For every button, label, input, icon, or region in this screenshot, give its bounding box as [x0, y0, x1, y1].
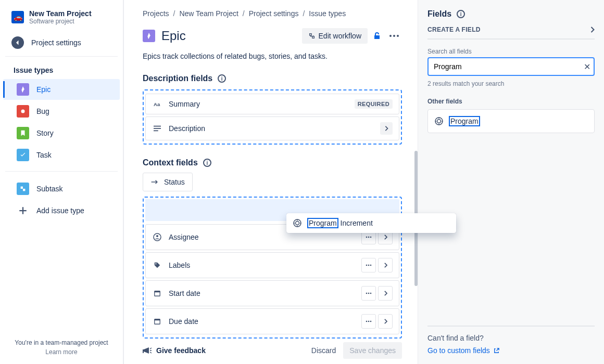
give-feedback-button[interactable]: Give feedback [143, 346, 206, 355]
component-icon [293, 218, 302, 228]
title-row: Epic Edit workflow [143, 28, 402, 44]
svg-point-25 [370, 321, 372, 322]
info-icon[interactable]: i [457, 10, 465, 18]
field-expand-button[interactable] [378, 258, 393, 272]
external-link-icon [493, 347, 500, 354]
other-fields-label: Other fields [427, 98, 595, 105]
svg-rect-2 [23, 189, 25, 191]
field-summary[interactable]: Aa Summary REQUIRED [145, 94, 399, 114]
create-field-label: CREATE A FIELD [427, 26, 481, 33]
go-to-custom-fields-link[interactable]: Go to custom fields [427, 346, 595, 355]
calendar-icon [152, 290, 162, 297]
learn-more-link[interactable]: Learn more [8, 348, 115, 356]
person-icon [152, 233, 162, 241]
workflow-icon [308, 32, 316, 40]
svg-point-9 [366, 237, 368, 238]
add-issue-type-label: Add issue type [36, 206, 84, 215]
field-labels[interactable]: Labels [145, 252, 399, 278]
other-field-program[interactable]: Program [427, 109, 595, 133]
svg-point-13 [366, 265, 368, 266]
story-icon [17, 127, 29, 139]
svg-point-24 [368, 321, 370, 322]
calendar-icon [152, 318, 162, 325]
page-title: Epic [161, 29, 186, 43]
sidebar-footer: You're in a team-managed project Learn m… [0, 339, 123, 359]
svg-rect-5 [154, 128, 161, 129]
svg-point-23 [366, 321, 368, 322]
project-logo: 🚗 [11, 11, 24, 23]
svg-point-0 [21, 110, 25, 113]
bottom-bar: Give feedback Discard Save changes [143, 342, 402, 359]
context-fields-heading: Context fields i [143, 158, 402, 167]
status-label: Status [164, 178, 185, 186]
save-changes-button[interactable]: Save changes [343, 342, 402, 359]
svg-rect-4 [154, 126, 161, 127]
svg-point-14 [368, 265, 370, 266]
project-header: 🚗 New Team Project Software project [0, 6, 123, 31]
field-expand-button[interactable] [378, 286, 393, 301]
field-label: Start date [169, 289, 200, 297]
svg-point-27 [437, 120, 441, 123]
svg-rect-17 [155, 291, 160, 293]
svg-point-10 [368, 237, 370, 238]
edit-workflow-label: Edit workflow [319, 32, 361, 40]
svg-point-8 [156, 235, 158, 237]
field-more-button[interactable] [361, 258, 376, 272]
create-field-row[interactable]: CREATE A FIELD [427, 19, 595, 40]
breadcrumb-item[interactable]: Project settings [249, 9, 299, 18]
info-icon[interactable]: i [218, 74, 226, 83]
svg-point-20 [370, 293, 372, 294]
svg-point-29 [296, 222, 299, 225]
clear-search-icon[interactable]: ✕ [584, 62, 590, 72]
svg-point-15 [370, 265, 372, 266]
expand-arrow-button[interactable] [380, 122, 393, 135]
back-label: Project settings [31, 38, 81, 47]
epic-icon [17, 83, 29, 96]
search-label: Search all fields [427, 48, 595, 55]
suggestion-label: Program Increment [307, 219, 373, 227]
main-content: Projects/ New Team Project/ Project sett… [124, 0, 418, 364]
fields-panel-title: Fields [427, 9, 451, 19]
field-expand-button[interactable] [378, 314, 393, 329]
field-start-date[interactable]: Start date [145, 280, 399, 306]
tag-icon [152, 262, 162, 269]
svg-rect-6 [154, 131, 158, 132]
description-fields-dropzone[interactable]: Aa Summary REQUIRED Description [143, 89, 402, 145]
svg-rect-1 [21, 187, 23, 189]
field-description[interactable]: Description [145, 116, 399, 140]
sidebar-item-epic[interactable]: Epic [3, 79, 120, 100]
sidebar-item-subtask[interactable]: Subtask [3, 178, 120, 199]
breadcrumb-item[interactable]: New Team Project [179, 9, 238, 18]
breadcrumb-item[interactable]: Issue types [309, 9, 346, 18]
drag-suggestion-card[interactable]: Program Increment [286, 213, 456, 233]
field-more-button[interactable] [361, 314, 376, 329]
task-icon [17, 149, 29, 161]
lock-icon[interactable] [373, 31, 381, 41]
sidebar-item-task[interactable]: Task [3, 145, 120, 165]
field-more-button[interactable] [361, 286, 376, 301]
required-badge: REQUIRED [355, 99, 393, 109]
paragraph-icon [152, 125, 162, 132]
add-issue-type[interactable]: Add issue type [3, 200, 120, 221]
back-arrow-icon [11, 36, 24, 49]
discard-button[interactable]: Discard [311, 346, 336, 355]
sidebar-item-story[interactable]: Story [3, 123, 120, 144]
sidebar-item-bug[interactable]: Bug [3, 101, 120, 122]
more-actions-button[interactable] [386, 32, 402, 40]
search-fields-input[interactable] [427, 57, 595, 76]
sidebar-item-label: Bug [36, 107, 49, 115]
info-icon[interactable]: i [203, 159, 211, 167]
field-due-date[interactable]: Due date [145, 308, 399, 334]
field-label: Assignee [169, 233, 199, 241]
megaphone-icon [143, 346, 152, 355]
feedback-label: Give feedback [156, 346, 206, 355]
other-field-label: Program [449, 116, 480, 126]
back-to-settings[interactable]: Project settings [0, 31, 123, 56]
epic-icon [143, 30, 155, 42]
issue-type-description: Epics track collections of related bugs,… [143, 52, 402, 60]
component-icon [434, 116, 444, 126]
breadcrumb-item[interactable]: Projects [143, 9, 169, 18]
team-managed-note: You're in a team-managed project [8, 339, 115, 346]
status-field[interactable]: Status [143, 173, 193, 191]
edit-workflow-button[interactable]: Edit workflow [302, 28, 368, 44]
